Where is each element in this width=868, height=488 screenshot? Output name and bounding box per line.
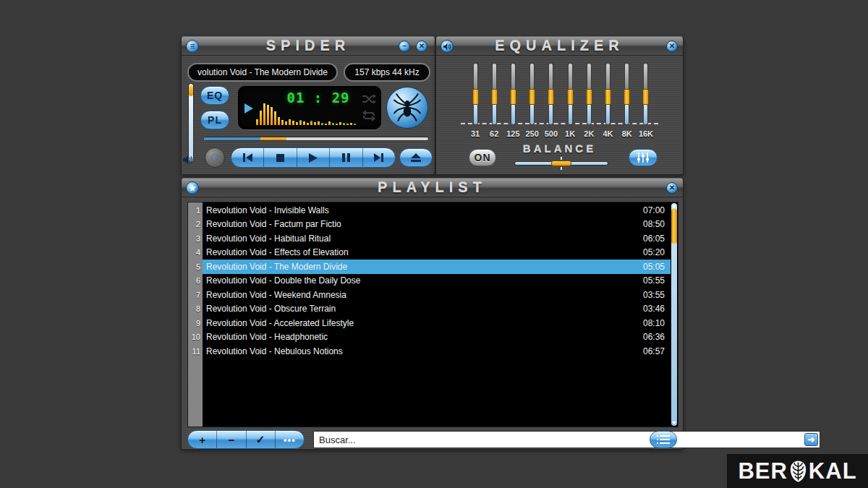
eq-band-slider[interactable]: 2K <box>582 63 596 142</box>
list-options-button[interactable] <box>650 431 677 448</box>
minimize-icon: – <box>402 43 407 50</box>
eq-slider-thumb[interactable] <box>605 89 611 105</box>
format-display: 157 kbps 44 kHz <box>344 63 430 82</box>
track-title: Revolution Void - Invisible Walls <box>203 205 643 215</box>
playlist-window-title: PLAYLIST <box>182 179 683 196</box>
playlist-row[interactable]: 1Revolution Void - Invisible Walls07:00 <box>188 203 671 218</box>
playlist-toolbar: + − ✓ ••• ➜ <box>182 430 683 449</box>
track-number: 7 <box>188 288 203 302</box>
eq-band-slider[interactable]: 250 <box>525 63 540 142</box>
play-button[interactable] <box>297 148 330 167</box>
eq-toggle-button[interactable]: EQ <box>200 86 229 105</box>
visualizer-bar <box>350 123 352 125</box>
eq-band-slider[interactable]: 4K <box>601 63 616 142</box>
eq-band-slider[interactable]: 8K <box>620 63 634 142</box>
equalizer-titlebar[interactable]: EQUALIZER ✕ <box>436 37 683 56</box>
eq-slider-thumb[interactable] <box>510 89 516 105</box>
eq-band-slider[interactable]: 62 <box>487 63 501 142</box>
volume-thumb[interactable] <box>189 85 193 96</box>
track-title: Revolution Void - Headphonetic <box>203 332 643 342</box>
select-tracks-button[interactable]: ✓ <box>247 431 276 448</box>
visualizer-bar <box>285 121 287 125</box>
playlist-close-button[interactable]: ✕ <box>666 182 678 194</box>
eq-slider-thumb[interactable] <box>586 89 592 105</box>
eq-slider-thumb[interactable] <box>472 89 479 105</box>
visualizer-bar <box>325 124 327 125</box>
playlist-row[interactable]: 4Revolution Void - Effects of Elevation0… <box>188 246 671 260</box>
track-main: Revolution Void - The Modern Divide05:05 <box>203 260 671 274</box>
playlist-row[interactable]: 2Revolution Void - Factum par Fictio08:5… <box>188 218 671 232</box>
eq-band-slider[interactable]: 1K <box>563 63 577 142</box>
playlist-row[interactable]: 9Revolution Void - Accelerated Lifestyle… <box>188 316 671 330</box>
scroll-down-icon[interactable] <box>672 421 676 424</box>
eq-slider-track <box>587 63 592 89</box>
visualizer-bar <box>318 121 320 125</box>
equalizer-window: EQUALIZER ✕ 31621252505001K2K4K8K16K ON … <box>435 36 684 175</box>
visualizer-bar <box>303 121 305 125</box>
eq-speaker-button[interactable] <box>441 40 454 53</box>
record-button[interactable] <box>205 147 225 168</box>
playlist-row[interactable]: 10Revolution Void - Headphonetic06:36 <box>188 330 671 345</box>
track-main: Revolution Void - Habitual Ritual06:05 <box>203 231 671 246</box>
playlist-titlebar[interactable]: PLAYLIST ★ ✕ <box>182 179 683 197</box>
eq-button-label: EQ <box>207 90 223 101</box>
seek-bar[interactable] <box>203 137 429 141</box>
track-duration: 08:10 <box>643 318 671 328</box>
balance-thumb[interactable] <box>551 160 571 166</box>
eject-button[interactable] <box>399 148 433 167</box>
playlist-menu-button[interactable]: ★ <box>186 181 199 194</box>
eq-band-slider[interactable]: 16K <box>639 63 653 142</box>
track-main: Revolution Void - Weekend Amnesia03:55 <box>203 288 671 302</box>
misc-options-button[interactable]: ••• <box>276 431 304 448</box>
balance-center-tick <box>561 167 562 170</box>
eq-presets-button[interactable] <box>629 149 658 166</box>
playlist-row[interactable]: 6Revolution Void - Double the Daily Dose… <box>188 274 671 288</box>
eq-close-button[interactable]: ✕ <box>666 40 678 52</box>
pl-toggle-button[interactable]: PL <box>200 111 229 129</box>
next-button[interactable] <box>363 148 395 167</box>
spider-logo-button[interactable] <box>386 87 428 129</box>
eq-slider-thumb[interactable] <box>529 89 535 105</box>
add-track-button[interactable]: + <box>188 431 217 448</box>
eq-slider-thumb[interactable] <box>567 89 574 105</box>
seek-thumb[interactable] <box>260 137 286 140</box>
eq-band-label: 16K <box>639 129 653 138</box>
check-icon: ✓ <box>256 433 265 446</box>
playlist-scrollbar-thumb[interactable] <box>671 209 677 244</box>
eq-band-slider[interactable]: 125 <box>506 63 520 142</box>
search-go-button[interactable]: ➜ <box>804 433 818 446</box>
previous-button[interactable] <box>231 148 264 167</box>
playlist-row[interactable]: 5Revolution Void - The Modern Divide05:0… <box>188 260 671 274</box>
repeat-icon[interactable] <box>362 110 376 124</box>
visualizer-bar <box>314 122 316 125</box>
eq-slider-thumb[interactable] <box>548 89 554 105</box>
menu-button[interactable]: ≡ <box>186 40 199 53</box>
remove-track-button[interactable]: − <box>217 431 246 448</box>
playlist-row[interactable]: 3Revolution Void - Habitual Ritual06:05 <box>188 231 671 246</box>
eq-slider-thumb[interactable] <box>624 89 630 105</box>
scroll-up-icon[interactable] <box>672 205 676 207</box>
search-input[interactable] <box>314 432 820 448</box>
eq-band-slider[interactable]: 500 <box>544 63 558 142</box>
pause-button[interactable] <box>330 148 362 167</box>
stop-button[interactable] <box>264 148 297 167</box>
player-titlebar[interactable]: SPIDER ≡ – ✕ <box>182 37 435 56</box>
eq-slider-thumb[interactable] <box>491 89 498 105</box>
visualizer-bar <box>346 124 349 125</box>
volume-slider[interactable] <box>188 83 194 163</box>
eq-band-label: 4K <box>603 129 613 138</box>
balance-slider[interactable] <box>514 161 608 166</box>
format-text: 157 kbps 44 kHz <box>354 67 419 77</box>
minimize-button[interactable]: – <box>399 40 410 52</box>
playlist-row[interactable]: 11Revolution Void - Nebulous Notions06:5… <box>188 344 671 359</box>
playlist-scrollbar[interactable] <box>671 203 677 426</box>
close-button[interactable]: ✕ <box>416 40 427 52</box>
track-duration: 05:55 <box>643 275 671 286</box>
shuffle-icon[interactable] <box>362 94 376 107</box>
eq-band-slider[interactable]: 31 <box>468 63 482 142</box>
eq-slider-thumb[interactable] <box>642 89 649 105</box>
track-duration: 05:20 <box>643 247 671 257</box>
playlist-row[interactable]: 7Revolution Void - Weekend Amnesia03:55 <box>188 288 671 302</box>
play-state-icon <box>244 103 253 114</box>
playlist-row[interactable]: 8Revolution Void - Obscure Terrain03:46 <box>188 302 671 317</box>
